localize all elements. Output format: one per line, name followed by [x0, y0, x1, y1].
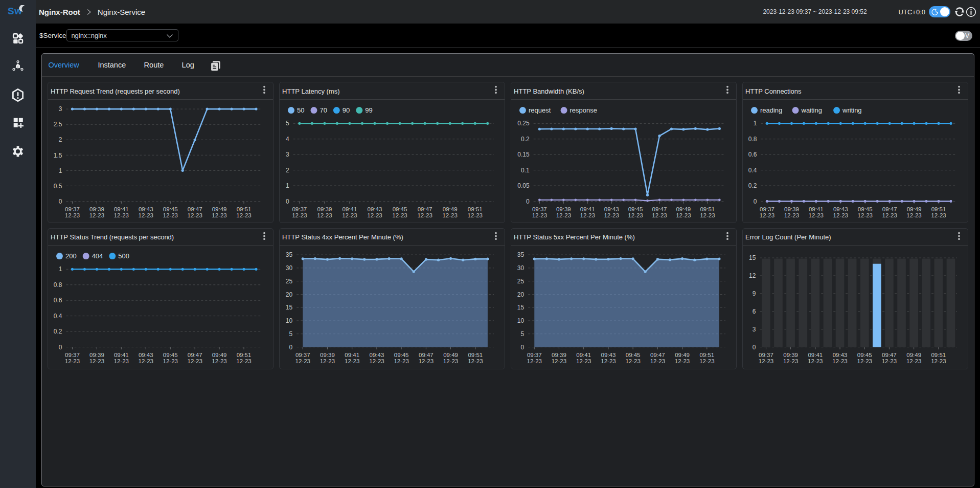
svg-text:09:47: 09:47	[418, 206, 432, 212]
svg-text:0.4: 0.4	[748, 166, 757, 173]
svg-text:0.8: 0.8	[54, 281, 62, 289]
svg-text:20: 20	[286, 291, 293, 298]
svg-text:writing: writing	[842, 106, 862, 114]
svg-text:12-23: 12-23	[236, 212, 251, 218]
svg-text:2: 2	[59, 136, 62, 143]
svg-text:09:51: 09:51	[237, 206, 252, 212]
svg-text:09:41: 09:41	[576, 352, 591, 358]
svg-text:500: 500	[118, 252, 129, 260]
svg-text:5: 5	[520, 330, 524, 338]
svg-text:12-23: 12-23	[882, 212, 897, 218]
svg-text:12-23: 12-23	[467, 212, 482, 218]
svg-text:09:37: 09:37	[295, 352, 310, 358]
svg-text:12-23: 12-23	[580, 212, 595, 218]
svg-text:12-23: 12-23	[552, 358, 566, 364]
svg-text:15: 15	[286, 304, 293, 311]
svg-text:09:47: 09:47	[419, 352, 434, 358]
svg-text:09:45: 09:45	[628, 206, 643, 212]
svg-text:1: 1	[59, 265, 62, 273]
svg-text:0.1: 0.1	[521, 166, 530, 173]
svg-text:09:45: 09:45	[163, 206, 178, 212]
svg-text:12-23: 12-23	[65, 212, 80, 218]
svg-text:09:39: 09:39	[783, 352, 798, 358]
svg-text:09:51: 09:51	[699, 352, 714, 358]
svg-text:09:39: 09:39	[552, 352, 566, 358]
svg-text:09:37: 09:37	[65, 352, 80, 358]
svg-text:09:37: 09:37	[527, 352, 542, 358]
svg-text:1.5: 1.5	[54, 151, 62, 159]
svg-text:50: 50	[297, 106, 304, 114]
svg-text:09:41: 09:41	[809, 206, 824, 212]
svg-text:12-23: 12-23	[906, 212, 921, 218]
svg-text:10: 10	[286, 317, 293, 324]
svg-text:12-23: 12-23	[601, 358, 616, 364]
svg-text:09:37: 09:37	[532, 206, 547, 212]
svg-text:09:37: 09:37	[292, 206, 307, 212]
svg-text:12-23: 12-23	[317, 212, 332, 218]
svg-text:09:43: 09:43	[832, 352, 847, 358]
svg-text:12-23: 12-23	[212, 358, 226, 364]
svg-text:09:51: 09:51	[468, 206, 483, 212]
svg-text:09:51: 09:51	[931, 352, 946, 358]
svg-text:09:45: 09:45	[626, 352, 641, 358]
svg-text:3: 3	[59, 105, 62, 113]
svg-text:09:45: 09:45	[163, 352, 178, 358]
svg-text:12-23: 12-23	[114, 212, 129, 218]
svg-text:09:41: 09:41	[114, 206, 129, 212]
svg-text:09:49: 09:49	[443, 206, 458, 212]
svg-text:12-23: 12-23	[369, 358, 384, 364]
svg-text:12-23: 12-23	[212, 212, 226, 218]
svg-text:4: 4	[286, 135, 289, 142]
svg-text:09:49: 09:49	[676, 206, 691, 212]
svg-text:09:47: 09:47	[882, 352, 897, 358]
svg-text:12-23: 12-23	[138, 358, 153, 364]
svg-text:09:51: 09:51	[468, 352, 483, 358]
svg-text:12-23: 12-23	[443, 358, 458, 364]
svg-text:0.2: 0.2	[54, 328, 62, 335]
svg-text:12-23: 12-23	[442, 212, 457, 218]
svg-text:09:41: 09:41	[342, 206, 357, 212]
svg-text:09:39: 09:39	[784, 206, 799, 212]
svg-text:12-23: 12-23	[342, 212, 357, 218]
svg-text:09:51: 09:51	[237, 352, 252, 358]
svg-text:12-23: 12-23	[675, 358, 690, 364]
svg-text:09:49: 09:49	[212, 352, 227, 358]
svg-text:09:45: 09:45	[857, 352, 872, 358]
svg-text:12-23: 12-23	[532, 212, 547, 218]
svg-text:35: 35	[286, 251, 293, 258]
svg-text:09:39: 09:39	[89, 206, 104, 212]
svg-text:09:43: 09:43	[604, 206, 619, 212]
svg-text:09:37: 09:37	[65, 206, 80, 212]
svg-text:0: 0	[59, 344, 62, 351]
svg-text:0.25: 0.25	[517, 120, 530, 127]
svg-text:12-23: 12-23	[652, 212, 667, 218]
svg-text:12-23: 12-23	[759, 358, 773, 364]
svg-text:12: 12	[749, 272, 756, 279]
svg-text:12-23: 12-23	[320, 358, 335, 364]
svg-text:0.15: 0.15	[517, 151, 530, 158]
svg-text:12-23: 12-23	[236, 358, 251, 364]
svg-text:12-23: 12-23	[625, 358, 640, 364]
svg-text:12-23: 12-23	[468, 358, 483, 364]
svg-text:0.2: 0.2	[748, 182, 757, 189]
svg-text:35: 35	[517, 251, 525, 258]
svg-text:12-23: 12-23	[833, 212, 848, 218]
svg-text:12-23: 12-23	[114, 358, 129, 364]
svg-text:12-23: 12-23	[187, 212, 202, 218]
svg-text:9: 9	[753, 290, 756, 297]
svg-text:12-23: 12-23	[367, 212, 382, 218]
svg-text:12-23: 12-23	[832, 358, 847, 364]
svg-text:09:39: 09:39	[317, 206, 332, 212]
svg-text:09:43: 09:43	[601, 352, 616, 358]
svg-text:12-23: 12-23	[394, 358, 408, 364]
svg-text:0: 0	[289, 344, 292, 351]
svg-text:12-23: 12-23	[676, 212, 691, 218]
svg-text:12-23: 12-23	[65, 358, 80, 364]
svg-text:12-23: 12-23	[700, 212, 715, 218]
svg-text:3: 3	[286, 151, 289, 158]
svg-text:0.4: 0.4	[54, 313, 62, 320]
svg-text:09:37: 09:37	[759, 352, 773, 358]
svg-text:09:47: 09:47	[188, 352, 202, 358]
svg-text:09:41: 09:41	[580, 206, 595, 212]
svg-text:12-23: 12-23	[163, 212, 177, 218]
